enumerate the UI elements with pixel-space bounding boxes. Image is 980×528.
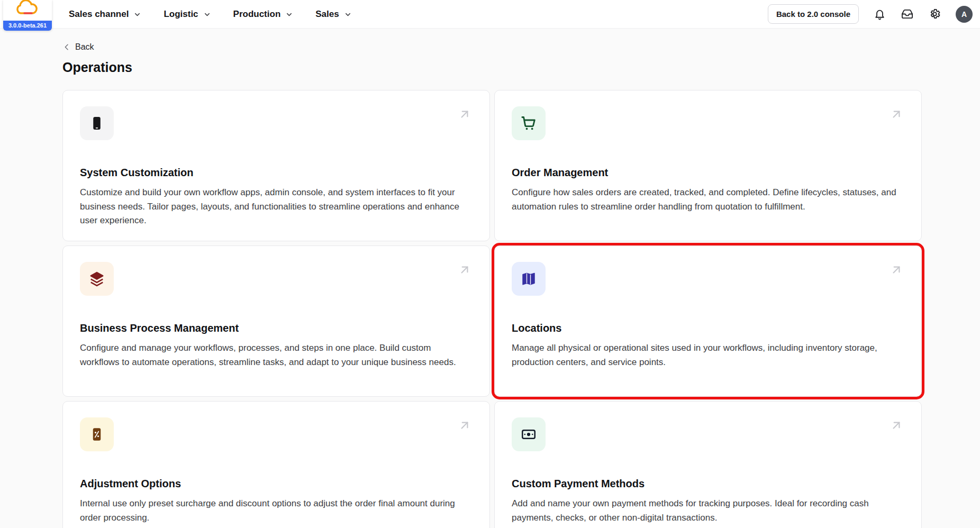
layers-icon-tile (80, 262, 114, 296)
nav-item-label: Sales (315, 9, 339, 20)
avatar-initial: A (961, 10, 967, 19)
nav-item-production[interactable]: Production (233, 9, 294, 20)
app-logo[interactable]: 3.0.0-beta.261 (3, 0, 52, 31)
layers-icon (89, 271, 105, 287)
chevron-down-icon (133, 11, 141, 19)
card-description: Configure and manage your workflows, pro… (80, 341, 473, 369)
card-title: System Customization (80, 167, 473, 179)
shopping-cart-icon (521, 115, 537, 131)
inbox-button[interactable] (901, 7, 914, 21)
banknote-icon (521, 426, 537, 442)
notifications-button[interactable] (873, 7, 886, 21)
open-card-link[interactable] (458, 418, 471, 434)
bell-icon (874, 8, 886, 20)
card-locations[interactable]: Locations Manage all physical or operati… (494, 245, 922, 397)
settings-button[interactable] (928, 7, 941, 21)
back-link[interactable]: Back (62, 42, 94, 52)
card-description: Configure how sales orders are created, … (512, 186, 904, 214)
card-title: Business Process Management (80, 322, 473, 334)
card-custom-payment-methods[interactable]: Custom Payment Methods Add and name your… (494, 401, 922, 528)
cloud-logo-icon (14, 0, 41, 16)
card-description: Customize and build your own workflow ap… (80, 186, 473, 228)
nav-item-logistic[interactable]: Logistic (164, 9, 211, 20)
card-title: Order Management (512, 167, 904, 179)
open-card-link[interactable] (890, 418, 903, 434)
open-card-link[interactable] (890, 263, 903, 279)
smartphone-icon (89, 115, 105, 131)
back-to-console-button[interactable]: Back to 2.0 console (768, 4, 859, 24)
back-link-label: Back (75, 42, 94, 52)
card-title: Locations (512, 322, 904, 334)
smartphone-icon-tile (80, 106, 114, 140)
chevron-down-icon (344, 11, 352, 19)
card-description: Internal use only preset surcharge and d… (80, 497, 473, 525)
banknote-icon-tile (512, 417, 546, 451)
arrow-up-right-icon (458, 263, 471, 277)
shopping-cart-icon-tile (512, 106, 546, 140)
inbox-icon (901, 8, 913, 20)
map-icon (521, 271, 537, 287)
arrow-up-right-icon (890, 418, 903, 432)
chevron-left-icon (62, 43, 71, 51)
nav-item-label: Production (233, 9, 281, 20)
card-description: Manage all physical or operational sites… (512, 341, 904, 369)
topbar-actions: Back to 2.0 console A (768, 4, 973, 24)
arrow-up-right-icon (890, 107, 903, 121)
discount-tag-icon-tile (80, 417, 114, 451)
nav-item-label: Logistic (164, 9, 198, 20)
operations-page: Back Operations System Customization Cus… (0, 29, 980, 528)
open-card-link[interactable] (458, 263, 471, 279)
topbar: 3.0.0-beta.261 Sales channel Logistic Pr… (0, 0, 980, 29)
arrow-up-right-icon (890, 263, 903, 277)
arrow-up-right-icon (458, 418, 471, 432)
card-title: Adjustment Options (80, 478, 473, 490)
nav-item-sales-channel[interactable]: Sales channel (69, 9, 141, 20)
card-adjustment-options[interactable]: Adjustment Options Internal use only pre… (62, 401, 490, 528)
arrow-up-right-icon (458, 107, 471, 121)
open-card-link[interactable] (890, 107, 903, 123)
cards-grid: System Customization Customize and build… (62, 90, 922, 528)
discount-tag-icon (89, 426, 105, 442)
chevron-down-icon (285, 11, 293, 19)
avatar[interactable]: A (956, 6, 973, 23)
card-description: Add and name your own payment methods fo… (512, 497, 904, 525)
open-card-link[interactable] (458, 107, 471, 123)
card-order-management[interactable]: Order Management Configure how sales ord… (494, 90, 922, 241)
chevron-down-icon (203, 11, 211, 19)
card-title: Custom Payment Methods (512, 478, 904, 490)
nav-item-sales[interactable]: Sales (315, 9, 351, 20)
page-title: Operations (62, 60, 922, 75)
map-icon-tile (512, 262, 546, 296)
version-badge: 3.0.0-beta.261 (3, 21, 52, 31)
nav-item-label: Sales channel (69, 9, 129, 20)
card-system-customization[interactable]: System Customization Customize and build… (62, 90, 490, 241)
main-nav: Sales channel Logistic Production Sales (69, 9, 352, 20)
card-business-process-management[interactable]: Business Process Management Configure an… (62, 245, 490, 397)
gear-icon (929, 8, 941, 20)
